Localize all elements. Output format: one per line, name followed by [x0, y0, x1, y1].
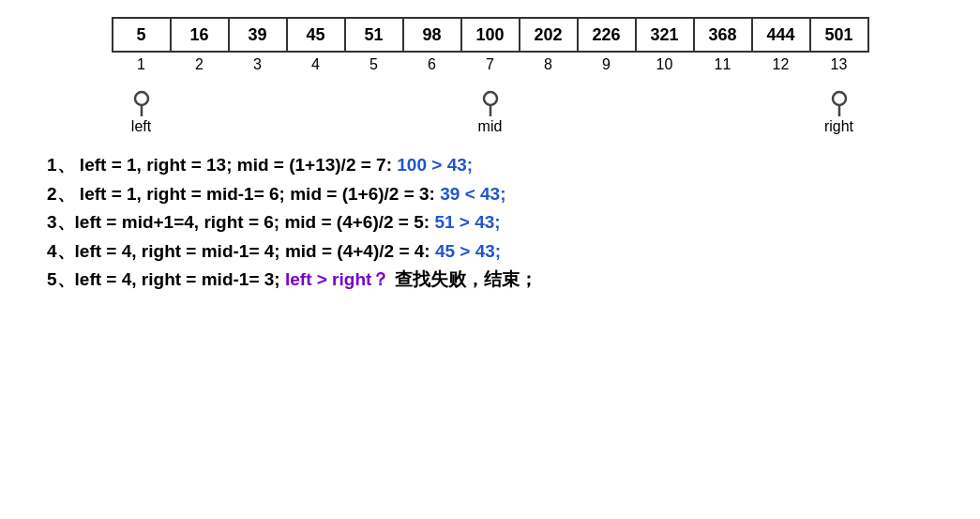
step-1: 1、 left = 1, right = 13; mid = (1+13)/2 …	[47, 152, 952, 179]
array-cell: 321	[636, 18, 694, 52]
steps-section: 1、 left = 1, right = 13; mid = (1+13)/2 …	[28, 152, 952, 294]
index-row: 12345678910111213	[113, 56, 868, 73]
array-cell: 45	[287, 18, 345, 52]
pointer-label: right	[824, 118, 853, 135]
index-row-wrapper: 12345678910111213	[28, 56, 952, 79]
index-cell: 7	[461, 56, 520, 73]
svg-point-4	[833, 92, 846, 105]
array-cell: 368	[694, 18, 752, 52]
array-cell: 16	[171, 18, 229, 52]
pointer-cell: mid	[461, 90, 520, 135]
index-cell: 1	[113, 56, 171, 73]
array-table-wrapper: 51639455198100202226321368444501	[28, 17, 952, 53]
main-container: 51639455198100202226321368444501 1234567…	[0, 0, 980, 305]
pointer-icon	[131, 90, 152, 118]
step-1-highlight: 100 > 43;	[397, 155, 473, 175]
pointer-row: left mid right	[113, 79, 868, 135]
index-cell: 8	[520, 56, 578, 73]
step-1-text: 、 left = 1, right = 13; mid = (1+13)/2 =…	[57, 155, 398, 175]
pointer-row-container: left mid right	[28, 79, 952, 145]
array-cell: 5	[113, 18, 171, 52]
index-cell: 9	[578, 56, 636, 73]
svg-point-0	[135, 92, 148, 105]
array-table: 51639455198100202226321368444501	[112, 17, 869, 53]
step-5-num: 5	[47, 269, 57, 289]
pointer-icon	[829, 90, 850, 118]
index-cell: 6	[403, 56, 461, 73]
pointer-cell: right	[810, 90, 868, 135]
step-4-num: 4	[47, 241, 57, 261]
index-cell: 12	[752, 56, 810, 73]
pointer-label: left	[131, 118, 151, 135]
pointer-label: mid	[478, 118, 503, 135]
array-cell: 501	[810, 18, 868, 52]
pointer-cell: left	[113, 90, 171, 135]
step-3: 3、left = mid+1=4, right = 6; mid = (4+6)…	[47, 209, 952, 237]
index-cell: 13	[810, 56, 868, 73]
step-2-text: 、 left = 1, right = mid-1= 6; mid = (1+6…	[57, 184, 441, 204]
array-values-row: 51639455198100202226321368444501	[113, 18, 868, 52]
step-5-text: 、left = 4, right = mid-1= 3;	[57, 269, 285, 289]
step-2: 2、 left = 1, right = mid-1= 6; mid = (1+…	[47, 181, 952, 208]
step-1-num: 1	[47, 155, 57, 175]
pointer-icon	[480, 90, 501, 118]
array-cell: 51	[345, 18, 403, 52]
step-4-highlight: 45 > 43;	[435, 241, 501, 261]
array-cell: 202	[520, 18, 578, 52]
step-5-suffix: 查找失败，结束；	[389, 269, 536, 289]
step-4: 4、left = 4, right = mid-1= 4; mid = (4+4…	[47, 238, 952, 266]
step-3-text: 、left = mid+1=4, right = 6; mid = (4+6)/…	[57, 212, 435, 232]
index-cell: 4	[287, 56, 345, 73]
step-3-highlight: 51 > 43;	[434, 212, 500, 232]
step-5-highlight: left > right？	[285, 269, 389, 289]
step-3-num: 3	[47, 212, 57, 232]
step-2-num: 2	[47, 184, 57, 204]
array-cell: 100	[461, 18, 520, 52]
step-5: 5、left = 4, right = mid-1= 3; left > rig…	[47, 267, 952, 294]
array-cell: 98	[403, 18, 461, 52]
array-cell: 226	[578, 18, 636, 52]
step-2-highlight: 39 < 43;	[440, 184, 505, 204]
array-cell: 444	[752, 18, 810, 52]
array-cell: 39	[229, 18, 287, 52]
index-cell: 11	[694, 56, 752, 73]
index-cell: 5	[345, 56, 403, 73]
step-4-text: 、left = 4, right = mid-1= 4; mid = (4+4)…	[57, 241, 435, 261]
svg-point-2	[484, 92, 497, 105]
index-cell: 3	[229, 56, 287, 73]
index-cell: 2	[171, 56, 229, 73]
index-cell: 10	[636, 56, 694, 73]
